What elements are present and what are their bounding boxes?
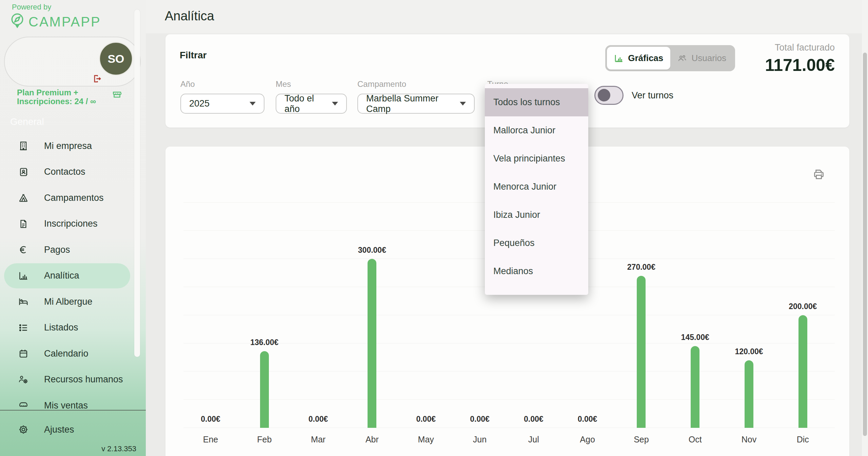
bed-icon — [18, 296, 29, 307]
sidebar-item-recursos-humanos[interactable]: Recursos humanos — [0, 367, 146, 393]
toggle-knob — [598, 89, 610, 101]
field-label: Año — [180, 79, 264, 89]
sidebar-item-pagos[interactable]: Pagos — [0, 237, 146, 263]
bar-value-label: 270.00€ — [611, 263, 672, 272]
total-facturado-value: 1171.00€ — [765, 55, 835, 75]
field-label: Mes — [276, 79, 347, 89]
turno-option[interactable]: Medianos — [485, 257, 588, 285]
page-header: Analítica — [146, 0, 868, 33]
awning-icon — [18, 400, 29, 411]
gear-icon — [18, 424, 29, 435]
bar-abr[interactable] — [368, 259, 376, 428]
chevron-down-icon — [250, 102, 256, 106]
sidebar-item-calendario[interactable]: Calendario — [0, 341, 146, 366]
print-icon[interactable] — [812, 168, 826, 181]
ano-select-value: 2025 — [189, 98, 244, 109]
x-axis-label: Sep — [611, 435, 672, 444]
x-axis-label: Dic — [772, 435, 833, 444]
field-label: Campamento — [357, 79, 475, 89]
filter-field-ano: Año 2025 — [180, 79, 264, 114]
bar-value-label: 120.00€ — [718, 347, 780, 356]
turno-option[interactable]: Mallorca Junior — [485, 116, 588, 145]
x-axis-label: Ene — [180, 435, 241, 444]
sidebar-item-inscripciones[interactable]: Inscripciones — [0, 211, 146, 237]
store-icon — [111, 88, 123, 99]
sidebar-item-label: Mi Albergue — [44, 297, 93, 307]
ver-turnos-row: Ver turnos — [594, 86, 673, 105]
sidebar-item-analitica[interactable]: Analítica — [0, 263, 146, 289]
user-card[interactable]: SO — [4, 37, 141, 87]
campamento-select-value: Marbella Summer Camp — [366, 93, 454, 114]
sidebar-item-mi-albergue[interactable]: Mi Albergue — [0, 289, 146, 315]
bar-nov[interactable] — [745, 360, 753, 428]
sidebar-item-label: Ajustes — [44, 424, 74, 435]
bar-value-label: 0.00€ — [395, 415, 456, 424]
x-axis-label: Nov — [718, 435, 780, 444]
bar-oct[interactable] — [691, 346, 699, 428]
gridline — [183, 315, 835, 316]
tab-graficas[interactable]: Gráficas — [607, 47, 670, 70]
sidebar-item-label: Inscripciones — [44, 218, 98, 229]
chevron-down-icon — [332, 102, 338, 106]
plan-quota: Inscripciones: 24 / ∞ — [17, 97, 96, 106]
turno-option[interactable]: Ibiza Junior — [485, 201, 588, 229]
page-scrollbar-track[interactable] — [862, 0, 868, 456]
nav-section-label: General — [10, 116, 44, 127]
tent-icon — [18, 192, 29, 203]
bar-chart-icon — [18, 270, 29, 281]
gridline — [183, 371, 835, 372]
gridline — [183, 428, 835, 428]
mes-select[interactable]: Todo el año — [276, 94, 347, 114]
sidebar-item-label: Campamentos — [44, 193, 104, 203]
bar-value-label: 136.00€ — [234, 338, 295, 347]
tab-label: Usuarios — [691, 53, 726, 63]
brand-name: CAMPAPP — [28, 14, 101, 30]
turno-option[interactable]: Menorca Junior — [485, 173, 588, 201]
brand-logo: CAMPAPP — [10, 12, 101, 31]
sidebar-item-campamentos[interactable]: Campamentos — [0, 185, 146, 211]
bar-value-label: 0.00€ — [503, 415, 564, 424]
filter-field-campamento: Campamento Marbella Summer Camp — [357, 79, 475, 114]
contact-book-icon — [18, 167, 29, 177]
avatar[interactable]: SO — [99, 42, 133, 76]
calendar-icon — [18, 348, 29, 359]
turno-option[interactable]: Pequeños — [485, 229, 588, 257]
bar-sep[interactable] — [637, 276, 646, 428]
turno-option[interactable]: Todos los turnos — [485, 88, 588, 116]
euro-icon — [18, 244, 29, 255]
sidebar-item-listados[interactable]: Listados — [0, 315, 146, 341]
document-icon — [18, 218, 29, 229]
bar-value-label: 300.00€ — [341, 246, 402, 255]
sidebar-bottom-section: Ajustes v 2.13.353 — [0, 410, 146, 456]
plan-name: Plan Premium + — [17, 88, 96, 97]
view-tabs: Gráficas Usuarios — [605, 45, 735, 71]
filter-title: Filtrar — [180, 50, 206, 61]
turno-dropdown-menu: Todos los turnosMallorca JuniorVela prin… — [485, 84, 588, 295]
sidebar-item-contactos[interactable]: Contactos — [0, 159, 146, 185]
x-axis-label: Mar — [288, 435, 349, 444]
bar-value-label: 0.00€ — [557, 415, 618, 424]
sidebar-item-label: Contactos — [44, 167, 85, 177]
sidebar-item-ajustes[interactable]: Ajustes — [0, 417, 146, 442]
tab-usuarios[interactable]: Usuarios — [670, 47, 734, 70]
sidebar-scrollbar-thumb[interactable] — [134, 10, 140, 357]
x-axis-label: Oct — [665, 435, 726, 444]
bar-feb[interactable] — [260, 351, 269, 428]
x-axis-label: Jun — [449, 435, 510, 444]
sidebar-item-mi-empresa[interactable]: Mi empresa — [0, 133, 146, 159]
turno-option[interactable]: Vela principiantes — [485, 145, 588, 173]
ver-turnos-toggle[interactable] — [594, 86, 624, 105]
sidebar-item-label: Mi empresa — [44, 141, 92, 151]
tab-label: Gráficas — [628, 53, 663, 63]
campamento-select[interactable]: Marbella Summer Camp — [357, 94, 475, 114]
ano-select[interactable]: 2025 — [180, 94, 264, 114]
bar-dic[interactable] — [798, 315, 807, 428]
logout-icon[interactable] — [92, 74, 102, 83]
bar-value-label: 0.00€ — [449, 415, 510, 424]
sidebar-item-label: Listados — [44, 322, 78, 333]
sidebar: Powered by CAMPAPP SO Plan Premium + Ins… — [0, 0, 146, 456]
x-axis-label: Jul — [503, 435, 564, 444]
gridline — [183, 399, 835, 400]
page-scrollbar-thumb[interactable] — [863, 53, 867, 436]
plan-info: Plan Premium + Inscripciones: 24 / ∞ — [17, 88, 96, 106]
